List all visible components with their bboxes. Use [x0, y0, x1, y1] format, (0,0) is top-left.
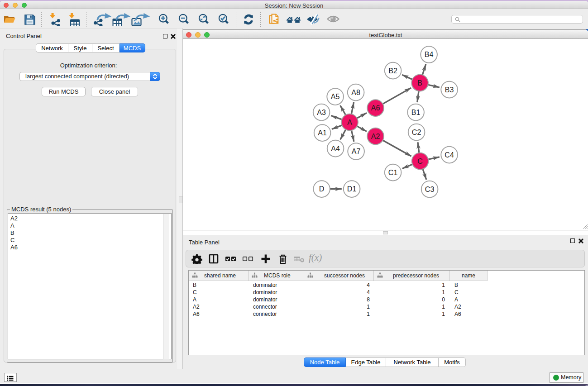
svg-text:A6: A6 [371, 104, 380, 112]
svg-text:B3: B3 [445, 86, 454, 94]
svg-text:A8: A8 [351, 89, 360, 96]
svg-text:A4: A4 [331, 145, 340, 152]
svg-text:A3: A3 [317, 109, 326, 116]
svg-text:B4: B4 [425, 51, 434, 58]
svg-text:D1: D1 [347, 185, 357, 193]
svg-text:C: C [417, 157, 423, 165]
svg-text:A2: A2 [371, 133, 380, 140]
svg-text:C2: C2 [412, 129, 421, 136]
svg-text:A5: A5 [331, 93, 340, 100]
svg-text:C3: C3 [425, 186, 435, 193]
svg-text:A: A [347, 119, 352, 126]
svg-text:D: D [319, 185, 325, 193]
svg-text:A7: A7 [352, 148, 361, 155]
svg-text:C1: C1 [388, 169, 398, 176]
svg-text:B2: B2 [388, 67, 397, 75]
svg-text:B: B [417, 79, 422, 87]
svg-text:A1: A1 [318, 129, 327, 137]
svg-text:B1: B1 [411, 109, 421, 116]
svg-text:C4: C4 [445, 151, 454, 159]
